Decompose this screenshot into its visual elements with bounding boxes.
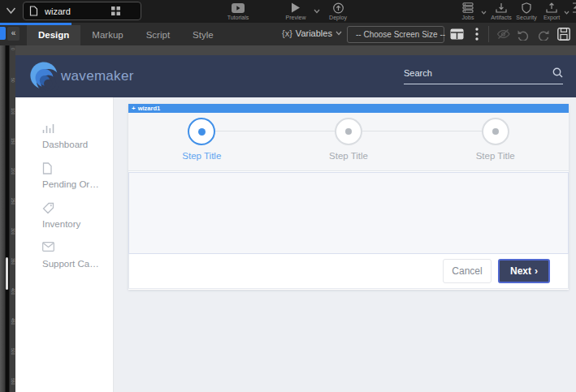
tab-markup[interactable]: Markup <box>80 25 134 45</box>
canvas-top-margin <box>15 45 576 55</box>
undo-icon[interactable] <box>517 28 530 41</box>
project-name-box[interactable] <box>23 2 141 20</box>
search-field <box>404 67 563 84</box>
nav-item-pending-orders[interactable]: Pending Or… <box>42 162 113 189</box>
logo-text: wavemaker <box>61 68 134 84</box>
wizard-widget: + wizard1 Step Title Step Title <box>128 104 569 290</box>
wizard-tag-label: wizard1 <box>138 105 161 113</box>
toolbar-divider <box>488 26 489 42</box>
collapse-panel-button[interactable]: « <box>7 27 19 41</box>
nav-label: Dashboard <box>42 140 113 149</box>
preview-button[interactable]: Preview <box>279 2 312 20</box>
security-label: Security <box>516 15 536 20</box>
chevron-down-icon <box>336 31 342 36</box>
ruler-mark: 400 <box>10 288 15 299</box>
bar-chart-icon <box>42 123 113 135</box>
nav-label: Support Ca… <box>42 259 113 269</box>
ruler-mark: 150 <box>10 138 15 149</box>
step-title: Step Title <box>476 151 515 161</box>
app-header: wavemaker <box>15 55 576 97</box>
vertical-ruler: 050100150200250300350400450500550 <box>0 45 15 392</box>
top-bar: Tutorials Preview Deploy <box>0 0 576 23</box>
deploy-button[interactable]: Deploy <box>321 2 355 20</box>
partial-icon <box>572 2 576 14</box>
ruler-mark: 300 <box>10 228 15 239</box>
page-icon <box>29 6 38 16</box>
app-body: Dashboard Pending Or… Invento <box>15 97 576 392</box>
jobs-button[interactable]: Jobs <box>456 2 480 20</box>
next-button[interactable]: Next › <box>498 259 550 283</box>
video-icon <box>232 2 245 14</box>
kebab-menu-icon[interactable] <box>475 28 479 41</box>
eye-off-icon[interactable] <box>496 28 510 41</box>
tutorials-button[interactable]: Tutorials <box>220 2 256 20</box>
ruler-mark: 50 <box>10 78 15 89</box>
deploy-label: Deploy <box>329 15 347 20</box>
artifacts-label: Artifacts <box>491 15 511 20</box>
search-icon[interactable] <box>552 67 563 78</box>
design-toolbar: « Design Markup Script Style {x} Variabl… <box>0 23 576 45</box>
variables-dropdown[interactable]: {x} Variables <box>282 28 342 38</box>
wizard-step-1[interactable]: Step Title <box>128 118 275 170</box>
step-title: Step Title <box>329 151 368 161</box>
step-dot <box>492 128 499 135</box>
nav-label: Inventory <box>42 219 113 229</box>
step-dot <box>198 128 206 136</box>
server-stack-icon <box>462 2 474 14</box>
move-icon: + <box>132 105 136 113</box>
cloud-upload-icon <box>332 2 344 14</box>
tab-script[interactable]: Script <box>135 25 181 45</box>
project-name-input[interactable] <box>45 6 111 16</box>
chevron-down-icon[interactable] <box>6 6 16 15</box>
step-dot <box>345 128 352 135</box>
wave-logo-icon <box>28 61 59 92</box>
screen-size-select[interactable]: -- Choose Screen Size -- <box>347 26 444 43</box>
step-circle <box>335 118 362 145</box>
search-input[interactable] <box>404 68 552 78</box>
chevron-right-icon: › <box>535 265 538 277</box>
wizard-step-2[interactable]: Step Title <box>275 118 422 170</box>
partial-toolbar-button[interactable]: I <box>569 2 576 20</box>
tab-design[interactable]: Design <box>27 25 80 45</box>
wavemaker-logo[interactable]: wavemaker <box>28 61 134 92</box>
security-button[interactable]: Security <box>512 2 541 20</box>
file-icon <box>42 162 113 174</box>
layout-table-icon[interactable] <box>450 28 464 41</box>
preview-chevron-icon[interactable] <box>314 9 320 14</box>
wizard-step-3[interactable]: Step Title <box>422 118 569 170</box>
grid-icon[interactable] <box>111 6 120 15</box>
shield-icon <box>522 2 531 14</box>
ruler-mark: 250 <box>10 198 15 209</box>
step-title: Step Title <box>182 151 221 161</box>
ruler-scrollbar-thumb[interactable] <box>6 257 8 290</box>
canvas-page: wavemaker <box>15 55 576 392</box>
ruler-mark: 100 <box>10 108 15 119</box>
save-icon[interactable] <box>557 28 570 41</box>
step-circle <box>188 118 215 145</box>
ruler-mark: 0 <box>10 48 15 59</box>
export-button[interactable]: Export <box>538 2 565 20</box>
nav-item-support-cases[interactable]: Support Ca… <box>42 242 113 269</box>
play-icon <box>291 2 301 14</box>
wizard-selection-bar[interactable]: + wizard1 <box>128 104 569 113</box>
app-nav-sidebar: Dashboard Pending Or… Invento <box>15 97 114 392</box>
nav-item-dashboard[interactable]: Dashboard <box>42 123 113 149</box>
jobs-label: Jobs <box>462 15 474 20</box>
redo-icon[interactable] <box>537 28 550 41</box>
wizard-step-content[interactable] <box>128 172 569 254</box>
editor-tabs: Design Markup Script Style <box>27 25 225 45</box>
upload-tray-icon <box>546 2 557 14</box>
tab-style[interactable]: Style <box>181 25 225 45</box>
nav-item-inventory[interactable]: Inventory <box>42 202 113 229</box>
ruler-mark: 350 <box>10 258 15 269</box>
tutorials-label: Tutorials <box>227 15 249 20</box>
ruler-mark: 500 <box>10 348 15 360</box>
cancel-button[interactable]: Cancel <box>443 259 492 283</box>
ruler-mark: 450 <box>10 318 15 330</box>
widget-panel-stub[interactable] <box>0 27 6 40</box>
preview-label: Preview <box>286 15 306 20</box>
next-label: Next <box>510 265 531 277</box>
ruler-mark: 200 <box>10 168 15 179</box>
variables-label: Variables <box>296 28 332 38</box>
screen-size-value: -- Choose Screen Size -- <box>356 30 445 39</box>
